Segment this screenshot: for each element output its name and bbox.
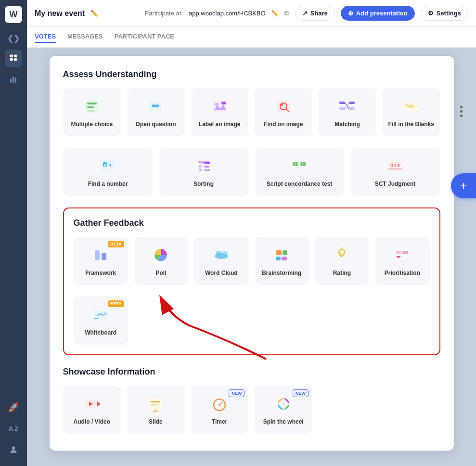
svg-rect-11 [87, 110, 95, 112]
svg-rect-79 [151, 401, 160, 402]
svg-rect-44 [205, 169, 210, 171]
card-word-cloud[interactable]: Word Cloud [194, 237, 248, 285]
card-rating[interactable]: Rating [315, 237, 369, 285]
spin-wheel-label: Spin the wheel [263, 418, 304, 426]
framework-icon [90, 245, 111, 266]
settings-icon: ⚙ [428, 10, 434, 17]
svg-rect-63 [282, 257, 287, 260]
card-timer[interactable]: NEW Timer [191, 386, 249, 434]
svg-rect-9 [87, 103, 97, 104]
main-content: My new event ✏️ Participate at: app.wooc… [27, 0, 476, 466]
prioritisation-label: Prioritisation [385, 270, 420, 277]
script-concordance-label: Script concordance test [267, 181, 333, 188]
card-spin-wheel[interactable]: NEW Spin the wheel [254, 386, 312, 434]
rating-icon [331, 245, 352, 266]
svg-rect-43 [205, 166, 209, 168]
gather-section: Gather Feedback BETA Framework [63, 207, 440, 355]
share-button[interactable]: ↗ Share [295, 6, 335, 21]
sidebar: W ❮❯ 🚀 A Z [0, 0, 27, 466]
card-fill-blanks[interactable]: W ? Fill in the Blanks [382, 88, 440, 136]
event-title: My new event [35, 9, 85, 18]
content-area: Assess Understanding Multiple choice [27, 48, 476, 466]
svg-rect-60 [276, 250, 282, 255]
sidebar-expand-icon[interactable]: ❮❯ [4, 31, 23, 46]
svg-rect-32 [409, 104, 414, 108]
card-audio-video[interactable]: Audio / Video [63, 386, 121, 434]
svg-text:4: 4 [109, 163, 111, 168]
card-poll[interactable]: Poll [134, 237, 188, 285]
sidebar-icon-profile[interactable] [5, 441, 22, 458]
card-sct-judgment[interactable]: -2 0 2 SCT Judgment [350, 148, 440, 196]
card-find-on-image[interactable]: Find on image [254, 88, 312, 136]
settings-button[interactable]: ⚙ Settings [421, 6, 468, 21]
participate-url: app.wooclap.com/HCBKBO [189, 10, 266, 17]
spin-wheel-badge: NEW [293, 389, 309, 397]
svg-text:9: 9 [104, 163, 106, 168]
svg-rect-69 [397, 256, 400, 258]
card-brainstorming[interactable]: Brainstorming [255, 237, 309, 285]
audio-video-label: Audio / Video [74, 418, 110, 426]
card-slide[interactable]: Slide [127, 386, 185, 434]
card-find-number[interactable]: 9 4 Find a number [63, 148, 153, 196]
edit-icon[interactable]: ✏️ [90, 10, 99, 17]
card-whiteboard[interactable]: BETA Whiteboard [74, 297, 128, 345]
svg-rect-27 [349, 107, 355, 110]
showcase-section: Showcase Information Audio / Video [63, 367, 440, 434]
multiple-choice-icon [81, 96, 103, 117]
matching-label: Matching [334, 121, 360, 129]
card-framework[interactable]: BETA Framework [74, 237, 128, 285]
dots-menu[interactable] [460, 106, 463, 117]
add-question-float-button[interactable]: + [451, 173, 476, 198]
card-multiple-choice[interactable]: Multiple choice [63, 88, 121, 136]
word-cloud-icon [211, 245, 232, 266]
sidebar-icon-az[interactable]: A Z [5, 420, 22, 437]
gather-grid-row2: BETA Whiteboard [74, 297, 430, 345]
url-edit-icon[interactable]: ✏️ [271, 10, 279, 17]
svg-rect-25 [349, 102, 355, 104]
tab-messages[interactable]: MESSAGES [67, 33, 103, 43]
svg-rect-4 [10, 78, 12, 82]
svg-rect-68 [402, 251, 408, 254]
whiteboard-label: Whiteboard [85, 329, 116, 337]
sct-judgment-label: SCT Judgment [375, 181, 416, 188]
timer-icon [209, 393, 230, 414]
activity-panel: Assess Understanding Multiple choice [50, 56, 454, 451]
sidebar-icon-rocket[interactable]: 🚀 [5, 399, 22, 416]
svg-text:?: ? [415, 104, 417, 108]
tab-votes[interactable]: VOTES [35, 33, 56, 43]
card-matching[interactable]: Matching [318, 88, 376, 136]
assess-grid-row2: 9 4 Find a number 1 — 2 — 3 — [63, 148, 440, 196]
svg-rect-52 [388, 169, 402, 170]
sidebar-icon-stats[interactable] [5, 71, 22, 88]
audio-video-icon [81, 393, 103, 414]
sorting-label: Sorting [193, 181, 214, 188]
svg-rect-5 [13, 77, 14, 83]
svg-rect-24 [339, 102, 345, 104]
sidebar-icon-participants[interactable] [5, 50, 22, 67]
card-prioritisation[interactable]: 100 Prioritisation [375, 237, 429, 285]
card-script-concordance[interactable]: 2 0 2 2 0 2 Script concordance test [255, 148, 345, 196]
card-sorting[interactable]: 1 — 2 — 3 — Sorting [159, 148, 249, 196]
timer-label: Timer [212, 418, 227, 426]
svg-rect-19 [221, 102, 226, 104]
nav-tabs: VOTES MESSAGES PARTICIPANT PACE [27, 27, 476, 48]
svg-point-87 [219, 404, 220, 406]
svg-point-59 [223, 251, 228, 255]
timer-badge: NEW [229, 389, 244, 397]
svg-rect-3 [14, 58, 17, 61]
assess-section-title: Assess Understanding [63, 69, 440, 79]
card-open-question[interactable]: Open question [127, 88, 185, 136]
fill-blanks-label: Fill in the Blanks [388, 121, 434, 129]
word-cloud-label: Word Cloud [205, 270, 238, 277]
showcase-grid: Audio / Video [63, 386, 440, 434]
svg-point-58 [216, 251, 221, 256]
svg-rect-26 [339, 107, 345, 110]
add-presentation-button[interactable]: ⊕ Add presentation [341, 6, 415, 21]
tab-participant-pace[interactable]: PARTICIPANT PACE [115, 33, 174, 43]
card-label-image[interactable]: Label an image [191, 88, 249, 136]
showcase-section-title: Showcase Information [63, 367, 440, 377]
find-number-label: Find a number [88, 181, 128, 188]
assess-grid-row1: Multiple choice Open question [63, 88, 440, 136]
copy-icon[interactable]: ⧉ [284, 9, 289, 17]
open-question-icon [145, 96, 166, 117]
